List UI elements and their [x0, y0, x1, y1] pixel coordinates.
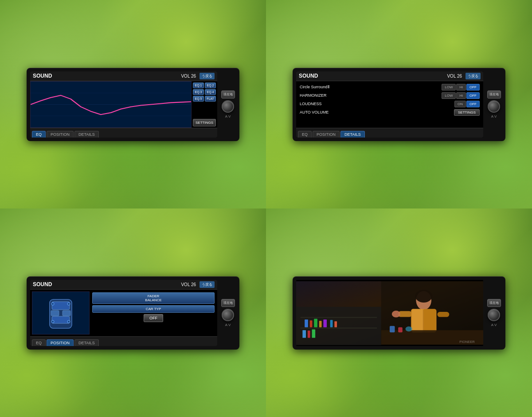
toggle-hi-1[interactable]: Hi: [456, 92, 466, 99]
position-off-btn[interactable]: OFF: [144, 314, 163, 322]
toggle-hi-0[interactable]: Hi: [456, 84, 466, 90]
position-main-bl: FADERBALANCE CAR TYP OFF: [30, 290, 217, 336]
volume-knob-bl[interactable]: [222, 309, 234, 321]
svg-point-29: [415, 290, 432, 303]
detail-label-2: LOUDNESS: [300, 102, 454, 106]
screen-br: PIONEER: [296, 280, 483, 346]
tab-position-tr[interactable]: POSITION: [313, 131, 340, 138]
audio-unit-tr: SOUND VOL 26 う戻る Circle SurroundⅡ LOW Hi: [293, 68, 505, 141]
svg-rect-34: [437, 312, 449, 317]
video-screen-br: PIONEER: [296, 280, 483, 346]
svg-rect-22: [323, 319, 327, 327]
svg-rect-19: [310, 320, 313, 327]
eq-main-tl: EQ.1 EQ.2 EQ.3 EQ.4 EQ.5 FLAT SETTINGS: [30, 81, 217, 128]
tab-details-tr[interactable]: DETAILS: [340, 131, 365, 138]
svg-rect-21: [319, 321, 322, 327]
screen-tr: SOUND VOL 26 う戻る Circle SurroundⅡ LOW Hi: [296, 71, 483, 138]
eq-btn-row-1: EQ.1 EQ.2: [193, 83, 216, 88]
tab-eq-bl[interactable]: EQ: [32, 339, 46, 346]
eq-btn-2[interactable]: EQ.2: [205, 83, 216, 88]
svg-point-10: [51, 320, 54, 323]
svg-point-39: [405, 326, 412, 331]
svg-point-8: [51, 303, 54, 305]
volume-knob-tl[interactable]: [222, 100, 234, 113]
fader-balance-btn[interactable]: FADERBALANCE: [92, 292, 215, 304]
volume-knob-tr[interactable]: [488, 100, 500, 113]
eq-btn-1[interactable]: EQ.1: [193, 83, 204, 88]
tab-eq-tl[interactable]: EQ: [32, 131, 46, 138]
eq-graph-tl: [30, 81, 192, 128]
toggle-low-0[interactable]: LOW: [442, 84, 456, 90]
vol-display-bl: VOL 26: [181, 282, 196, 287]
detail-row-1: HARMONIZER LOW Hi OFF: [300, 92, 480, 99]
sound-header-tr: SOUND VOL 26 う戻る: [296, 71, 483, 81]
quadrant-top-right: SOUND VOL 26 う戻る Circle SurroundⅡ LOW Hi: [266, 0, 532, 208]
details-main-tr: Circle SurroundⅡ LOW Hi OFF HARMONIZER L…: [296, 81, 483, 128]
audio-unit-br: PIONEER 現在地 A V: [293, 276, 505, 350]
vol-display-tr: VOL 26: [447, 74, 462, 79]
tab-eq-tr[interactable]: EQ: [298, 131, 312, 138]
back-btn-tr[interactable]: う戻る: [466, 73, 481, 79]
volume-knob-br[interactable]: [488, 309, 500, 321]
svg-text:PIONEER: PIONEER: [459, 340, 475, 344]
eq-btn-flat[interactable]: FLAT: [205, 96, 216, 102]
svg-rect-26: [308, 330, 310, 338]
sound-header-bl: SOUND VOL 26 う戻る: [30, 280, 217, 290]
toggle-off-1[interactable]: OFF: [466, 92, 480, 99]
tab-details-tl[interactable]: DETAILS: [74, 131, 99, 138]
right-controls-bl: 現在地 A V: [220, 299, 236, 327]
right-controls-br: 現在地 A V: [486, 299, 502, 327]
quadrant-bottom-left: SOUND VOL 26 う戻る: [0, 208, 266, 417]
toggle-off-2[interactable]: OFF: [466, 101, 480, 107]
current-location-btn-bl[interactable]: 現在地: [221, 299, 235, 307]
svg-rect-14: [296, 307, 381, 345]
right-controls-tr: 現在地 A V: [486, 90, 502, 118]
video-content-svg: PIONEER: [296, 280, 483, 346]
car-diagram-bl: [32, 291, 90, 334]
toggle-low-1[interactable]: LOW: [442, 92, 456, 99]
screen-content-bl: SOUND VOL 26 う戻る: [30, 280, 217, 346]
eq-btn-5[interactable]: EQ.5: [193, 96, 204, 102]
tab-details-bl[interactable]: DETAILS: [74, 339, 99, 346]
svg-rect-24: [334, 321, 337, 327]
sound-title-tr: SOUND: [299, 73, 447, 79]
svg-point-35: [392, 311, 400, 317]
back-btn-tl[interactable]: う戻る: [200, 73, 215, 79]
car-typ-btn[interactable]: CAR TYP: [92, 305, 215, 313]
svg-rect-6: [51, 311, 59, 316]
quadrant-bottom-right: PIONEER 現在地 A V: [266, 208, 532, 417]
right-controls-tl: 現在地 A V: [220, 90, 236, 118]
back-btn-bl[interactable]: う戻る: [200, 281, 215, 288]
sound-title-tl: SOUND: [33, 73, 181, 79]
svg-rect-32: [424, 309, 436, 332]
eq-btn-4[interactable]: EQ.4: [205, 89, 216, 95]
tab-bar-bl: EQ POSITION DETAILS: [30, 336, 217, 346]
detail-row-3: AUTO VOLUME SETTINGS: [300, 109, 480, 116]
toggle-off-0[interactable]: OFF: [466, 84, 480, 90]
tab-bar-tl: EQ POSITION DETAILS: [30, 128, 217, 138]
svg-rect-25: [302, 330, 306, 338]
av-label-bl: A V: [225, 323, 231, 327]
toggle-on-2[interactable]: ON: [454, 101, 466, 107]
av-label-tl: A V: [225, 114, 231, 118]
eq-btn-row-2: EQ.3 EQ.4: [193, 89, 216, 95]
screen-content-tl: SOUND VOL 26 う戻る: [30, 71, 217, 138]
svg-rect-27: [312, 329, 315, 338]
current-location-btn-tr[interactable]: 現在地: [487, 90, 501, 98]
current-location-btn-br[interactable]: 現在地: [487, 299, 501, 307]
tab-position-bl[interactable]: POSITION: [47, 339, 74, 346]
tab-bar-tr: EQ POSITION DETAILS: [296, 128, 483, 138]
vol-display-tl: VOL 26: [181, 74, 196, 79]
svg-point-9: [67, 303, 70, 305]
auto-vol-settings-btn[interactable]: SETTINGS: [454, 109, 480, 116]
btn-group-0: LOW Hi OFF: [442, 84, 480, 90]
screen-content-tr: SOUND VOL 26 う戻る Circle SurroundⅡ LOW Hi: [296, 71, 483, 138]
eq-btn-3[interactable]: EQ.3: [193, 89, 204, 95]
eq-settings-btn[interactable]: SETTINGS: [193, 119, 216, 126]
quadrant-top-left: SOUND VOL 26 う戻る: [0, 0, 266, 208]
svg-rect-5: [52, 316, 70, 323]
eq-curve-svg: [31, 82, 191, 127]
current-location-btn-tl[interactable]: 現在地: [221, 90, 235, 98]
tab-position-tl[interactable]: POSITION: [47, 131, 74, 138]
btn-group-2: ON OFF: [454, 101, 480, 107]
